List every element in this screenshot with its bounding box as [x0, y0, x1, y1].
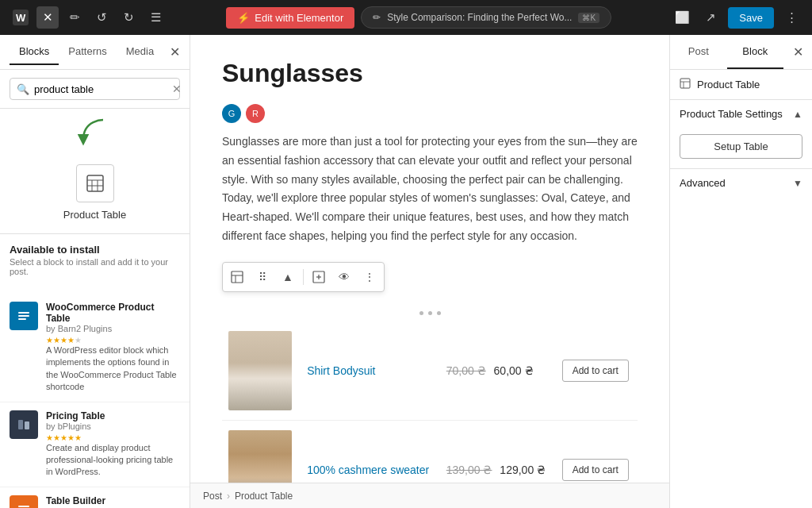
collab-icon-g: G — [222, 104, 241, 123]
block-preview: Product Table — [0, 152, 190, 233]
table-view-button[interactable] — [225, 265, 249, 289]
elementor-label: Edit with Elementor — [255, 12, 343, 24]
toolbar-divider — [303, 269, 304, 285]
search-clear-button[interactable]: ✕ — [172, 83, 182, 95]
tab-media[interactable]: Media — [117, 39, 163, 65]
search-input-wrap: 🔍 ✕ — [10, 78, 180, 100]
tab-blocks[interactable]: Blocks — [10, 39, 59, 65]
product-table: Shirt Bodysuit 70,00 ₴ 60,00 ₴ Add to ca… — [222, 321, 638, 483]
product-image-cell — [222, 321, 301, 421]
elementor-icon: ⚡ — [237, 12, 250, 24]
pencil-icon: ✏ — [373, 12, 381, 23]
page-title: Sunglasses — [222, 59, 638, 88]
block-icon-large — [76, 164, 114, 202]
tab-block[interactable]: Block — [727, 35, 784, 69]
breadcrumb: Post › Product Table — [190, 483, 669, 508]
add-to-cart-button[interactable]: Add to cart — [562, 360, 629, 382]
list-item[interactable]: WooCommerce Product Table by Barn2 Plugi… — [0, 294, 190, 402]
svg-rect-21 — [232, 271, 243, 283]
more-options-icon[interactable]: ⋮ — [780, 6, 802, 29]
collab-icons: G R — [222, 104, 638, 123]
product-action-cell: Add to cart — [556, 420, 638, 483]
product-price: 70,00 ₴ 60,00 ₴ — [446, 364, 534, 377]
product-link[interactable]: 100% cashmere sweater — [307, 464, 429, 476]
add-to-cart-button[interactable]: Add to cart — [562, 459, 629, 481]
left-sidebar: Blocks Patterns Media ✕ 🔍 ✕ — [0, 35, 190, 508]
product-price-cell: 70,00 ₴ 60,00 ₴ — [440, 321, 556, 421]
right-sidebar-close-button[interactable]: ✕ — [783, 35, 812, 69]
plugin-desc: Create and display product professional-… — [46, 442, 180, 479]
svg-rect-9 — [18, 312, 29, 314]
settings-collapse-button[interactable]: ▲ — [793, 109, 802, 120]
save-button[interactable]: Save — [728, 7, 774, 29]
advanced-section[interactable]: Advanced ▼ — [670, 169, 812, 197]
plugin-icon-woo — [10, 302, 38, 330]
svg-rect-3 — [87, 175, 103, 191]
undo-button[interactable]: ↺ — [90, 6, 113, 29]
preview-button[interactable]: 👁 — [332, 265, 356, 289]
plugin-stars: ★★★★★ — [46, 336, 180, 344]
settings-title: Product Table Settings — [680, 108, 787, 120]
breadcrumb-post[interactable]: Post — [203, 491, 222, 502]
close-button[interactable]: ✕ — [36, 6, 59, 29]
block-toolbar: ⠿ ▲ 👁 ⋮ — [222, 262, 385, 292]
available-section: Available to install Select a block to i… — [0, 233, 190, 294]
tab-patterns[interactable]: Patterns — [59, 39, 116, 65]
top-bar-left: W ✕ ✏ ↺ ↻ ☰ — [10, 6, 167, 29]
list-item[interactable]: Table Builder by WPRio ★★★★★ Drag and dr… — [0, 487, 190, 508]
plugin-name: WooCommerce Product Table — [46, 302, 180, 324]
svg-rect-10 — [18, 315, 29, 317]
green-arrow-icon — [75, 112, 115, 152]
product-link[interactable]: Shirt Bodysuit — [307, 364, 375, 377]
svg-rect-14 — [25, 421, 29, 429]
scroll-dots — [222, 305, 638, 321]
edit-icon[interactable]: ✏ — [63, 6, 86, 29]
plugin-icon-table-builder — [10, 495, 38, 508]
tab-post[interactable]: Post — [670, 35, 727, 69]
wp-logo: W — [10, 6, 32, 29]
table-row: Shirt Bodysuit 70,00 ₴ 60,00 ₴ Add to ca… — [222, 321, 638, 421]
responsive-icon[interactable]: ⬜ — [671, 6, 693, 29]
sidebar-tabs: Blocks Patterns Media ✕ — [0, 35, 190, 70]
block-label-section: Product Table — [670, 70, 812, 100]
external-icon[interactable]: ↗ — [699, 6, 722, 29]
product-action-cell: Add to cart — [556, 321, 638, 421]
move-up-button[interactable]: ▲ — [276, 265, 300, 289]
drag-handle-button[interactable]: ⠿ — [251, 265, 274, 289]
svg-rect-15 — [16, 502, 32, 508]
table-icon — [86, 174, 105, 193]
main-layout: Blocks Patterns Media ✕ 🔍 ✕ — [0, 35, 812, 508]
plugin-by: by bPlugins — [46, 421, 180, 431]
plugin-name: Pricing Table — [46, 410, 180, 421]
product-name-cell: Shirt Bodysuit — [301, 321, 440, 421]
advanced-expand-button[interactable]: ▼ — [793, 178, 802, 189]
search-input[interactable] — [34, 83, 167, 95]
product-price: 139,00 ₴ 129,00 ₴ — [446, 464, 546, 476]
redo-button[interactable]: ↻ — [117, 6, 140, 29]
svg-rect-13 — [18, 420, 23, 429]
sidebar-close-button[interactable]: ✕ — [170, 44, 180, 60]
menu-button[interactable]: ☰ — [144, 6, 167, 29]
top-bar-right: ⬜ ↗ Save ⋮ — [671, 6, 802, 29]
more-button[interactable]: ⋮ — [358, 265, 381, 289]
table-row: 100% cashmere sweater 139,00 ₴ 129,00 ₴ … — [222, 420, 638, 483]
svg-rect-27 — [680, 79, 690, 88]
price-new: 60,00 ₴ — [494, 364, 534, 377]
plugin-info-table-builder: Table Builder by WPRio ★★★★★ Drag and dr… — [46, 495, 180, 508]
product-price-cell: 139,00 ₴ 129,00 ₴ — [440, 420, 556, 483]
product-name-cell: 100% cashmere sweater — [301, 420, 440, 483]
canvas-area: Sunglasses G R Sunglasses are more than … — [190, 35, 669, 508]
list-item[interactable]: Pricing Table by bPlugins ★★★★★ Create a… — [0, 402, 190, 487]
price-old: 139,00 ₴ — [446, 464, 492, 476]
cmd-badge: ⌘K — [578, 13, 599, 23]
breadcrumb-separator: › — [227, 491, 230, 502]
dot — [419, 311, 423, 315]
search-icon: 🔍 — [17, 83, 29, 95]
breadcrumb-current: Product Table — [235, 491, 293, 502]
plugin-by: by Barn2 Plugins — [46, 324, 180, 333]
style-pill[interactable]: ✏ Style Comparison: Finding the Perfect … — [361, 6, 611, 29]
arrow-indicator — [0, 109, 190, 152]
elementor-button[interactable]: ⚡ Edit with Elementor — [226, 7, 354, 29]
insert-button[interactable] — [307, 265, 331, 289]
setup-table-button[interactable]: Setup Table — [680, 134, 802, 159]
